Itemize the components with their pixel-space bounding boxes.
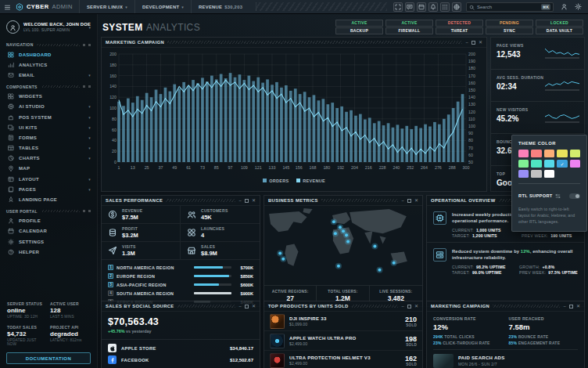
- sidebar-item-email[interactable]: EMAIL▾: [0, 70, 97, 80]
- window-button[interactable]: [417, 2, 426, 12]
- map-marker[interactable]: [378, 269, 381, 272]
- globe-button[interactable]: [452, 2, 461, 12]
- map-marker[interactable]: [334, 232, 337, 235]
- badge-firewall[interactable]: ACTIVEFIREWALL: [385, 20, 433, 34]
- map-marker[interactable]: [281, 258, 285, 261]
- paid-search-ads-row[interactable]: PAID SEARCH ADSMON 26/6 - SUN 2/7: [433, 349, 578, 368]
- social-row-apple-store[interactable]: APPLE STORE$34,840.17: [108, 342, 253, 354]
- sidebar-item-settings[interactable]: SETTINGS: [0, 236, 97, 247]
- map-marker[interactable]: [278, 252, 281, 255]
- badge-threat[interactable]: DETECTEDTHREAT: [436, 20, 483, 34]
- kpi-avg-sess-duration[interactable]: AVG SESS. DURATION02:34: [491, 70, 584, 102]
- panel-expand-button[interactable]: [407, 199, 411, 203]
- map-marker[interactable]: [337, 265, 340, 268]
- theme-swatch-10[interactable]: [570, 160, 580, 168]
- theme-swatch-11[interactable]: [518, 170, 529, 178]
- panel-close-button[interactable]: ✕: [414, 198, 418, 203]
- sidebar-item-tables[interactable]: TABLES▾: [0, 143, 97, 153]
- sidebar-item-helper[interactable]: HELPER: [0, 247, 97, 257]
- fullscreen-button[interactable]: [393, 2, 403, 12]
- search-box[interactable]: ⌘K: [466, 2, 554, 12]
- sidebar-item-landing-page[interactable]: LANDING PAGE: [0, 194, 97, 204]
- search-input[interactable]: [477, 5, 539, 9]
- product-row-ultra-protection-helmet-v3[interactable]: ULTRA PROTECTION HELMET V3$2,499.00162SO…: [264, 351, 422, 368]
- sidebar-item-forms[interactable]: FORMS▾: [0, 132, 97, 143]
- sidebar-item-charts[interactable]: CHARTS▾: [0, 153, 97, 164]
- navbar-menu-server-linux[interactable]: SERVER LINUX▾: [79, 0, 134, 13]
- panel-minimize-button[interactable]: −: [401, 304, 404, 308]
- kpi-page-views[interactable]: PAGE VIEWS12,543: [491, 38, 584, 70]
- kpi-new-visitors[interactable]: NEW VISITORS45.2%: [491, 102, 584, 134]
- sidebar-item-pos-system[interactable]: POS SYSTEM▾: [0, 112, 97, 122]
- panel-expand-button[interactable]: [569, 305, 573, 308]
- rtl-toggle[interactable]: [569, 193, 580, 199]
- map-marker[interactable]: [393, 262, 396, 265]
- panel-minimize-button[interactable]: −: [238, 198, 242, 203]
- region-row-north-america-region[interactable]: 1NORTH AMERICA REGION$700K: [108, 263, 253, 272]
- map-marker[interactable]: [345, 233, 348, 236]
- badge-sync[interactable]: PENDINGSYNC: [486, 20, 533, 34]
- navbar-menu-development[interactable]: DEVELOPMENT▾: [134, 0, 191, 13]
- region-row-europe-region[interactable]: 2EUROPE REGION$850K: [108, 272, 253, 280]
- product-row-dji-inspire-33[interactable]: DJI INSPIRE 33$1,099.00210SOLD: [264, 312, 422, 331]
- theme-swatch-6[interactable]: [518, 160, 529, 168]
- panel-expand-button[interactable]: [471, 41, 475, 45]
- sidebar-item-dashboard[interactable]: DASHBOARD: [0, 49, 97, 60]
- region-row-asia-pacific-region[interactable]: 3ASIA-PACIFIC REGION$600K: [108, 280, 253, 289]
- sidebar-item-ui-kits[interactable]: UI KITS▾: [0, 122, 97, 132]
- sidebar-item-layout[interactable]: LAYOUT▾: [0, 174, 97, 184]
- chart-area[interactable]: 0204060801001201401601802005060708090100…: [102, 48, 486, 176]
- panel-minimize-button[interactable]: −: [401, 198, 404, 203]
- theme-swatch-1[interactable]: [518, 150, 529, 157]
- panel-close-button[interactable]: ✕: [414, 304, 418, 308]
- theme-swatch-9[interactable]: ✓: [557, 160, 567, 168]
- region-row-south-america-region[interactable]: 4SOUTH AMERICA REGION$900K: [108, 289, 253, 298]
- theme-swatch-7[interactable]: [531, 160, 541, 168]
- sidebar-item-calendar[interactable]: CALENDAR: [0, 226, 97, 236]
- user-button[interactable]: [558, 3, 570, 10]
- panel-expand-button[interactable]: [407, 305, 411, 308]
- navbar-menu-revenue[interactable]: REVENUE$30,203: [191, 0, 249, 13]
- sidebar-item-profile[interactable]: PROFILE: [0, 216, 97, 226]
- map-marker[interactable]: [346, 240, 350, 243]
- badge-data-vault[interactable]: LOCKEDDATA VAULT: [536, 20, 583, 34]
- theme-swatch-3[interactable]: [544, 150, 554, 157]
- chat-button[interactable]: [405, 2, 414, 12]
- social-row-facebook[interactable]: FACEBOOK$12,502.67: [108, 354, 253, 366]
- map-marker[interactable]: [332, 220, 335, 223]
- panel-expand-button[interactable]: [245, 199, 249, 203]
- badge-backup[interactable]: ACTIVEBACKUP: [335, 20, 383, 34]
- panel-expand-button[interactable]: [245, 305, 249, 308]
- sidebar-item-map[interactable]: MAP: [0, 164, 97, 174]
- map-marker[interactable]: [373, 244, 376, 247]
- bell-button[interactable]: [428, 2, 438, 12]
- orders-revenue-chart: 0204060801001201401601802005060708090100…: [103, 49, 483, 173]
- user-card[interactable]: WELCOME BACK, JOHN DOE LVL 100. SUPER AD…: [0, 19, 97, 38]
- product-row-apple-watch-ultra-pro[interactable]: APPLE WATCH ULTRA PRO$2,499.00198SOLD: [264, 331, 422, 351]
- hamburger-menu-button[interactable]: [0, 0, 14, 13]
- apps-button[interactable]: [440, 2, 450, 12]
- panel-close-button[interactable]: ✕: [479, 40, 482, 45]
- theme-swatch-5[interactable]: [570, 150, 580, 157]
- theme-swatch-13[interactable]: [544, 170, 554, 178]
- panel-minimize-button[interactable]: −: [465, 40, 468, 45]
- panel-minimize-button[interactable]: −: [238, 304, 242, 308]
- theme-swatch-12[interactable]: [531, 170, 541, 178]
- svg-text:73: 73: [200, 165, 205, 170]
- map-marker[interactable]: [342, 229, 345, 233]
- panel-minimize-button[interactable]: −: [563, 304, 566, 308]
- sidebar-item-analytics[interactable]: ANALYTICS: [0, 60, 97, 70]
- sidebar-item-ai-studio[interactable]: AI STUDIO▾: [0, 102, 97, 112]
- gear-button[interactable]: [572, 3, 584, 10]
- sidebar-item-widgets[interactable]: WIDGETS: [0, 92, 97, 102]
- panel-close-button[interactable]: ✕: [252, 304, 256, 308]
- theme-swatch-4[interactable]: [557, 150, 567, 157]
- theme-swatch-2[interactable]: [531, 150, 541, 157]
- theme-swatch-8[interactable]: [544, 160, 554, 168]
- map-marker[interactable]: [339, 225, 342, 229]
- panel-close-button[interactable]: ✕: [252, 198, 256, 203]
- documentation-button[interactable]: DOCUMENTATION: [6, 352, 91, 364]
- panel-close-button[interactable]: ✕: [576, 304, 580, 308]
- sidebar-item-pages[interactable]: PAGES▾: [0, 184, 97, 194]
- brand[interactable]: CYBER ADMIN: [14, 0, 79, 13]
